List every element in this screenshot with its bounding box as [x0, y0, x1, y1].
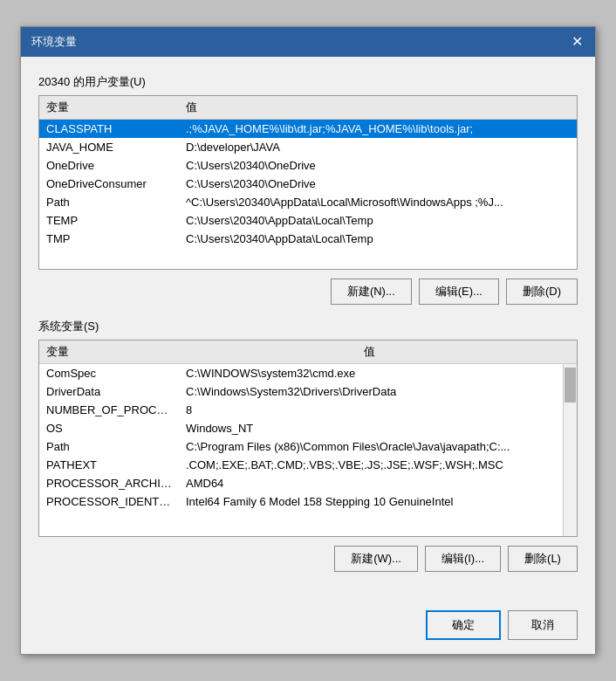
- system-col2-header: 值: [357, 340, 577, 364]
- table-row[interactable]: ComSpecC:\WINDOWS\system32\cmd.exe: [39, 364, 563, 382]
- cancel-button[interactable]: 取消: [508, 610, 578, 640]
- system-col1-header: 变量: [39, 340, 357, 364]
- user-new-button[interactable]: 新建(N)...: [331, 279, 412, 305]
- var-name-cell: TEMP: [39, 211, 179, 230]
- close-button[interactable]: ✕: [570, 35, 585, 49]
- var-name-cell: NUMBER_OF_PROCESSORS: [39, 401, 179, 419]
- var-name-cell: ComSpec: [39, 364, 179, 382]
- system-table-wrapper: ComSpecC:\WINDOWS\system32\cmd.exeDriver…: [39, 364, 577, 536]
- table-row[interactable]: PROCESSOR_ARCHITECTU...AMD64: [39, 474, 563, 492]
- dialog-title: 环境变量: [31, 34, 77, 50]
- table-row[interactable]: OSWindows_NT: [39, 419, 563, 437]
- scrollbar[interactable]: [563, 364, 577, 536]
- user-edit-button[interactable]: 编辑(E)...: [419, 279, 499, 305]
- table-row[interactable]: Path^C:\Users\20340\AppData\Local\Micros…: [39, 193, 577, 211]
- var-value-cell: ^C:\Users\20340\AppData\Local\Microsoft\…: [179, 193, 577, 211]
- var-value-cell: C:\Users\20340\OneDrive: [179, 175, 577, 193]
- table-row[interactable]: CLASSPATH.;%JAVA_HOME%\lib\dt.jar;%JAVA_…: [39, 120, 577, 139]
- user-variables-table: 变量 值 CLASSPATH.;%JAVA_HOME%\lib\dt.jar;%…: [39, 96, 577, 248]
- var-value-cell: .COM;.EXE;.BAT;.CMD;.VBS;.VBE;.JS;.JSE;.…: [179, 456, 563, 474]
- bottom-buttons-row: 确定 取消: [21, 600, 595, 654]
- var-value-cell: C:\WINDOWS\system32\cmd.exe: [179, 364, 563, 382]
- table-row[interactable]: DriverDataC:\Windows\System32\Drivers\Dr…: [39, 382, 563, 401]
- user-variables-table-container: 变量 值 CLASSPATH.;%JAVA_HOME%\lib\dt.jar;%…: [38, 95, 578, 270]
- var-value-cell: D:\developer\JAVA: [179, 138, 577, 156]
- system-delete-button[interactable]: 删除(L): [508, 546, 578, 572]
- var-value-cell: C:\Users\20340\AppData\Local\Temp: [179, 230, 577, 248]
- var-name-cell: CLASSPATH: [39, 120, 179, 139]
- user-buttons-row: 新建(N)... 编辑(E)... 删除(D): [38, 279, 578, 305]
- var-name-cell: DriverData: [39, 382, 179, 401]
- table-row[interactable]: PROCESSOR_IDENTIFIERIntel64 Family 6 Mod…: [39, 492, 563, 511]
- system-table-body: ComSpecC:\WINDOWS\system32\cmd.exeDriver…: [39, 364, 563, 511]
- environment-variables-dialog: 环境变量 ✕ 20340 的用户变量(U) 变量 值 CLASSPATH.;%J…: [20, 26, 596, 655]
- user-table-body: CLASSPATH.;%JAVA_HOME%\lib\dt.jar;%JAVA_…: [39, 120, 577, 249]
- var-value-cell: C:\Program Files (x86)\Common Files\Orac…: [179, 437, 563, 456]
- var-value-cell: C:\Windows\System32\Drivers\DriverData: [179, 382, 563, 401]
- table-row[interactable]: NUMBER_OF_PROCESSORS8: [39, 401, 563, 419]
- var-value-cell: C:\Users\20340\OneDrive: [179, 156, 577, 175]
- title-bar: 环境变量 ✕: [21, 27, 595, 57]
- system-variables-table: ComSpecC:\WINDOWS\system32\cmd.exeDriver…: [39, 364, 563, 511]
- var-name-cell: Path: [39, 193, 179, 211]
- user-col1-header: 变量: [39, 96, 179, 120]
- var-name-cell: Path: [39, 437, 179, 456]
- var-value-cell: .;%JAVA_HOME%\lib\dt.jar;%JAVA_HOME%\lib…: [179, 120, 577, 139]
- var-name-cell: PROCESSOR_ARCHITECTU...: [39, 474, 179, 492]
- table-row[interactable]: TMPC:\Users\20340\AppData\Local\Temp: [39, 230, 577, 248]
- system-new-button[interactable]: 新建(W)...: [334, 546, 418, 572]
- table-row[interactable]: PATHEXT.COM;.EXE;.BAT;.CMD;.VBS;.VBE;.JS…: [39, 456, 563, 474]
- table-row[interactable]: JAVA_HOMED:\developer\JAVA: [39, 138, 577, 156]
- system-edit-button[interactable]: 编辑(I)...: [425, 546, 501, 572]
- var-value-cell: Windows_NT: [179, 419, 563, 437]
- table-row[interactable]: PathC:\Program Files (x86)\Common Files\…: [39, 437, 563, 456]
- var-name-cell: PATHEXT: [39, 456, 179, 474]
- user-table-header-row: 变量 值: [39, 96, 577, 120]
- var-value-cell: 8: [179, 401, 563, 419]
- user-delete-button[interactable]: 删除(D): [506, 279, 578, 305]
- user-variables-section: 20340 的用户变量(U) 变量 值 CLASSPATH.;%JAVA_HOM…: [38, 74, 578, 319]
- ok-button[interactable]: 确定: [426, 610, 501, 640]
- table-row[interactable]: OneDriveConsumerC:\Users\20340\OneDrive: [39, 175, 577, 193]
- var-name-cell: JAVA_HOME: [39, 138, 179, 156]
- system-buttons-row: 新建(W)... 编辑(I)... 删除(L): [38, 546, 578, 572]
- system-table-header-row: 变量 值: [39, 340, 577, 364]
- user-section-label: 20340 的用户变量(U): [38, 74, 578, 90]
- var-value-cell: AMD64: [179, 474, 563, 492]
- var-value-cell: Intel64 Family 6 Model 158 Stepping 10 G…: [179, 492, 563, 511]
- var-name-cell: TMP: [39, 230, 179, 248]
- system-variables-section: 系统变量(S) 变量 值 ComSpecC:\WINDOWS\system: [38, 319, 578, 586]
- system-table-scroll[interactable]: ComSpecC:\WINDOWS\system32\cmd.exeDriver…: [39, 364, 563, 536]
- var-value-cell: C:\Users\20340\AppData\Local\Temp: [179, 211, 577, 230]
- table-row[interactable]: OneDriveC:\Users\20340\OneDrive: [39, 156, 577, 175]
- var-name-cell: OneDrive: [39, 156, 179, 175]
- var-name-cell: OneDriveConsumer: [39, 175, 179, 193]
- scrollbar-thumb: [565, 368, 576, 402]
- system-section-label: 系统变量(S): [38, 319, 578, 334]
- system-table-header-table: 变量 值: [39, 340, 577, 364]
- user-col2-header: 值: [179, 96, 577, 120]
- var-name-cell: OS: [39, 419, 179, 437]
- var-name-cell: PROCESSOR_IDENTIFIER: [39, 492, 179, 511]
- table-row[interactable]: TEMPC:\Users\20340\AppData\Local\Temp: [39, 211, 577, 230]
- system-variables-table-container: 变量 值 ComSpecC:\WINDOWS\system32\cmd.exeD…: [38, 340, 578, 537]
- dialog-body: 20340 的用户变量(U) 变量 值 CLASSPATH.;%JAVA_HOM…: [21, 57, 595, 600]
